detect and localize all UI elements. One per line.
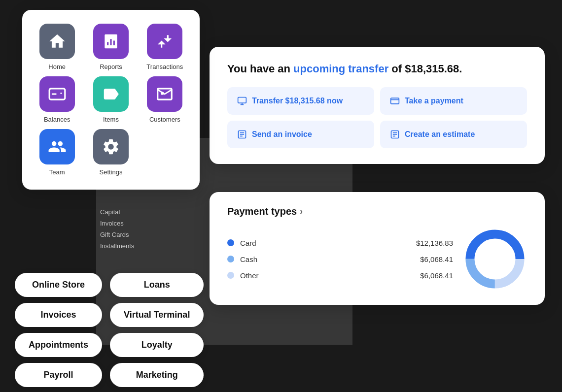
donut-chart	[463, 227, 527, 291]
app-item-reports[interactable]: Reports	[88, 24, 134, 70]
settings-label: Settings	[100, 168, 123, 176]
transfer-now-button[interactable]: Transfer $18,315.68 now	[227, 87, 374, 115]
estimate-icon	[390, 130, 400, 139]
transactions-icon-bg	[147, 24, 182, 59]
customers-label: Customers	[149, 116, 180, 123]
pill-marketing[interactable]: Marketing	[110, 363, 204, 387]
transfer-now-label: Transfer $18,315.68 now	[252, 97, 343, 105]
transfer-title: You have an upcoming transfer of $18,315…	[227, 63, 527, 75]
payment-row-cash: Cash $6,068.41	[227, 255, 453, 263]
card-amount: $12,136.83	[416, 239, 453, 247]
pill-payroll[interactable]: Payroll	[15, 363, 102, 387]
app-grid: Home Reports Transactions Balances	[34, 24, 188, 176]
payment-title-text: Payment types	[227, 206, 297, 217]
transfer-suffix: of $18,315.68.	[388, 63, 462, 75]
pill-loyalty[interactable]: Loyalty	[110, 333, 204, 357]
pill-invoices[interactable]: Invoices	[15, 303, 102, 327]
settings-icon	[102, 137, 120, 156]
payment-rows: Card $12,136.83 Cash $6,068.41 Other $6,…	[227, 239, 453, 280]
svg-point-9	[477, 241, 513, 277]
take-payment-button[interactable]: Take a payment	[380, 87, 527, 115]
transactions-label: Transactions	[146, 63, 183, 70]
customers-icon	[155, 85, 174, 103]
customers-icon-bg	[147, 76, 182, 112]
payment-row-card: Card $12,136.83	[227, 239, 453, 247]
card-label: Card	[240, 239, 410, 247]
send-invoice-label: Send an invoice	[252, 130, 312, 139]
settings-icon-bg	[93, 129, 129, 164]
svg-point-1	[161, 92, 164, 95]
app-item-home[interactable]: Home	[34, 24, 80, 70]
cash-label: Cash	[240, 255, 414, 263]
app-item-transactions[interactable]: Transactions	[142, 24, 188, 70]
send-invoice-button[interactable]: Send an invoice	[227, 121, 374, 148]
payment-content: Card $12,136.83 Cash $6,068.41 Other $6,…	[227, 227, 527, 291]
cash-dot	[227, 256, 234, 262]
payment-card: Payment types › Card $12,136.83 Cash $6,…	[210, 192, 545, 305]
cash-amount: $6,068.41	[420, 255, 453, 263]
payment-row-other: Other $6,068.41	[227, 271, 453, 280]
card-dot	[227, 239, 234, 246]
create-estimate-label: Create an estimate	[405, 130, 475, 139]
reports-label: Reports	[100, 63, 122, 70]
create-estimate-button[interactable]: Create an estimate	[380, 121, 527, 148]
transfer-actions: Transfer $18,315.68 now Take a payment S…	[227, 87, 527, 148]
transfer-prefix: You have an	[227, 63, 293, 75]
app-grid-card: Home Reports Transactions Balances	[22, 10, 200, 190]
home-icon	[48, 32, 67, 51]
svg-rect-2	[238, 98, 246, 103]
sidebar-gift-cards[interactable]: Gift Cards	[96, 229, 155, 240]
items-icon-bg	[93, 76, 129, 112]
payment-chevron: ›	[300, 206, 303, 217]
pills-container: Online Store Loans Invoices Virtual Term…	[15, 273, 204, 387]
reports-icon	[102, 32, 120, 51]
sidebar-capital[interactable]: Capital	[96, 207, 155, 217]
app-item-team[interactable]: Team	[34, 129, 80, 176]
pill-virtual-terminal[interactable]: Virtual Terminal	[110, 303, 204, 327]
pill-online-store[interactable]: Online Store	[15, 273, 102, 297]
take-payment-label: Take a payment	[405, 97, 463, 105]
balances-label: Balances	[44, 116, 70, 123]
pill-appointments[interactable]: Appointments	[15, 333, 102, 357]
reports-icon-bg	[93, 24, 129, 59]
monitor-icon	[237, 96, 247, 106]
payment-icon	[390, 96, 400, 106]
balances-icon	[48, 85, 67, 103]
app-item-customers[interactable]: Customers	[142, 76, 188, 123]
transactions-icon	[155, 32, 174, 51]
sidebar-list: Capital Invoices Gift Cards Installments	[96, 207, 155, 251]
team-label: Team	[49, 168, 65, 176]
team-icon-bg	[39, 129, 75, 164]
pill-loans[interactable]: Loans	[110, 273, 204, 297]
app-item-settings[interactable]: Settings	[88, 129, 134, 176]
invoice-icon	[237, 130, 247, 139]
app-item-items[interactable]: Items	[88, 76, 134, 123]
sidebar-installments[interactable]: Installments	[96, 241, 155, 251]
items-label: Items	[103, 116, 119, 123]
items-icon	[102, 85, 120, 103]
team-icon	[48, 137, 67, 156]
other-label: Other	[240, 271, 414, 280]
transfer-card: You have an upcoming transfer of $18,315…	[210, 47, 545, 164]
home-label: Home	[48, 63, 66, 70]
transfer-highlight: upcoming transfer	[293, 63, 388, 75]
home-icon-bg	[39, 24, 75, 59]
donut-svg	[463, 227, 527, 291]
payment-title[interactable]: Payment types ›	[227, 206, 527, 217]
svg-rect-0	[49, 89, 65, 99]
sidebar-invoices[interactable]: Invoices	[96, 218, 155, 229]
app-item-balances[interactable]: Balances	[34, 76, 80, 123]
balances-icon-bg	[39, 76, 75, 112]
other-amount: $6,068.41	[420, 271, 453, 280]
svg-rect-3	[391, 98, 399, 104]
other-dot	[227, 272, 234, 279]
